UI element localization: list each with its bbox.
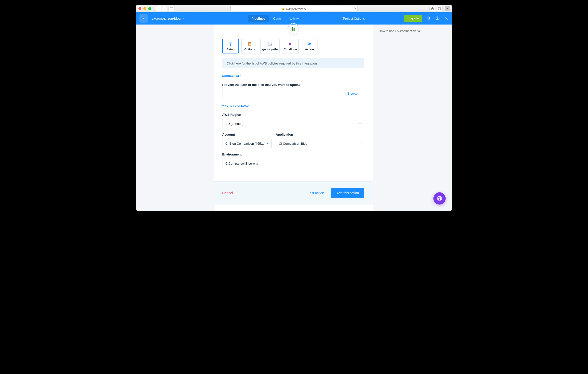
- action-tab-setup[interactable]: Setup: [222, 39, 239, 53]
- aws-policies-banner: Click here for the list of AWS policies …: [222, 58, 364, 68]
- svg-rect-14: [249, 44, 251, 45]
- help-link-env-variables[interactable]: How to use Environment Varia…: [379, 29, 446, 33]
- intercom-icon: [437, 195, 442, 201]
- add-this-action-button[interactable]: Add this action: [331, 188, 364, 198]
- source-path-section: SOURCE PATH Provide the path to the file…: [214, 74, 373, 104]
- tab-pipelines[interactable]: Pipelines: [248, 15, 269, 22]
- test-action-button[interactable]: Test action: [308, 191, 324, 195]
- account-select[interactable]: CI Blog Comparison [#65… ▼: [222, 139, 272, 148]
- share-button[interactable]: [429, 6, 435, 11]
- chevron-down-icon: ▼: [359, 122, 361, 125]
- svg-line-5: [429, 19, 430, 20]
- sliders-icon: [247, 41, 252, 46]
- action-config-tabs: Setup Options Ignore paths Condition Act…: [214, 39, 373, 58]
- minimize-window-button[interactable]: [143, 7, 146, 10]
- rocket-icon: [307, 41, 312, 46]
- application-value: CI Comparison Blog: [279, 142, 307, 145]
- svg-rect-9: [292, 27, 293, 31]
- region-select[interactable]: EU (London) ▼: [222, 119, 364, 128]
- right-panel: How to use Environment Varia…: [373, 25, 452, 211]
- tab-code[interactable]: Code: [270, 15, 284, 22]
- maximize-window-button[interactable]: [148, 7, 151, 10]
- environment-value: CiComparisonBlog-env: [225, 162, 258, 165]
- action-tab-label: Action: [305, 48, 314, 51]
- svg-point-11: [230, 43, 231, 45]
- cancel-button[interactable]: Cancel: [222, 191, 233, 195]
- region-value: EU (London): [225, 122, 244, 126]
- help-icon[interactable]: [435, 16, 440, 21]
- region-label: AWS Region: [222, 113, 364, 116]
- action-tab-ignore-paths[interactable]: Ignore paths: [260, 39, 280, 53]
- tab-activity[interactable]: Activity: [285, 15, 302, 22]
- forward-button[interactable]: ›: [161, 6, 167, 11]
- chevron-down-icon: ▼: [182, 17, 184, 20]
- section-title: WHERE TO UPLOAD: [222, 104, 364, 109]
- banner-link[interactable]: here: [234, 62, 241, 65]
- traffic-lights: [138, 7, 151, 10]
- project-options-link[interactable]: Project Options: [343, 17, 365, 20]
- tabs-button[interactable]: [437, 6, 443, 11]
- environment-label: Environment: [222, 153, 364, 156]
- svg-rect-10: [294, 28, 295, 31]
- new-tab-button[interactable]: +: [445, 6, 450, 11]
- svg-point-7: [438, 19, 438, 19]
- application-select[interactable]: CI Comparison Blog ▼: [276, 139, 364, 148]
- intercom-launcher[interactable]: [433, 192, 446, 205]
- account-value: CI Blog Comparison [#65…: [225, 142, 269, 145]
- svg-rect-3: [439, 7, 441, 9]
- banner-suffix: for the list of AWS policies required by…: [241, 62, 318, 65]
- action-tab-options[interactable]: Options: [241, 39, 258, 53]
- action-tab-label: Condition: [284, 48, 297, 51]
- browser-window: ‹ › 🔒 app.buddy.works ⟳ + ci-comparison-…: [136, 5, 452, 211]
- address-bar[interactable]: 🔒 app.buddy.works ⟳: [230, 6, 358, 11]
- refresh-icon[interactable]: ⟳: [354, 7, 356, 10]
- user-icon[interactable]: [444, 16, 449, 21]
- macos-titlebar: ‹ › 🔒 app.buddy.works ⟳ +: [136, 5, 452, 12]
- upgrade-button[interactable]: Upgrade: [404, 15, 422, 22]
- project-selector[interactable]: ci-comparison-blog ▼: [152, 16, 184, 20]
- back-button[interactable]: ‹: [155, 6, 161, 11]
- close-window-button[interactable]: [138, 7, 141, 10]
- chevron-down-icon: ▼: [359, 162, 361, 165]
- action-icon-ring: [287, 23, 299, 35]
- account-label: Account: [222, 133, 272, 136]
- source-path-input-wrap: Browse…: [222, 89, 364, 98]
- chevron-down-icon: ▼: [266, 142, 269, 145]
- source-path-input[interactable]: [222, 89, 344, 98]
- url-text: app.buddy.works: [286, 7, 306, 10]
- svg-point-4: [427, 17, 430, 19]
- footer-bar: Cancel Test action Add this action: [214, 181, 373, 205]
- main-panel: Setup Options Ignore paths Condition Act…: [214, 25, 373, 211]
- gear-icon: [228, 41, 233, 46]
- section-title: SOURCE PATH: [222, 74, 364, 79]
- application-label: Application: [276, 133, 364, 136]
- play-icon: [288, 41, 293, 46]
- banner-prefix: Click: [227, 62, 234, 65]
- sidebar-toggle-button[interactable]: [169, 6, 174, 11]
- upload-section: WHERE TO UPLOAD AWS Region EU (London) ▼…: [214, 104, 373, 174]
- action-tab-label: Ignore paths: [261, 48, 278, 51]
- action-tab-label: Options: [244, 48, 255, 51]
- svg-rect-12: [248, 42, 251, 45]
- browse-button[interactable]: Browse…: [344, 89, 364, 98]
- body-area: Setup Options Ignore paths Condition Act…: [136, 25, 452, 211]
- search-icon[interactable]: [427, 16, 431, 21]
- file-block-icon: [268, 41, 272, 46]
- main-tabs: Pipelines Code Activity: [248, 15, 302, 22]
- elastic-beanstalk-icon: [290, 26, 296, 32]
- svg-point-17: [309, 43, 310, 44]
- action-tab-label: Setup: [227, 48, 234, 51]
- left-gutter: [136, 25, 214, 211]
- svg-rect-2: [438, 8, 441, 10]
- action-tab-action[interactable]: Action: [301, 39, 318, 53]
- svg-rect-13: [249, 43, 251, 44]
- buddy-logo[interactable]: [139, 14, 148, 23]
- app-topbar: ci-comparison-blog ▼ Pipelines Code Acti…: [136, 12, 452, 25]
- project-name-text: ci-comparison-blog: [152, 16, 181, 20]
- svg-rect-0: [170, 7, 173, 10]
- svg-point-8: [446, 17, 447, 18]
- source-path-label: Provide the path to the files that you w…: [222, 83, 364, 87]
- environment-select[interactable]: CiComparisonBlog-env ▼: [222, 159, 364, 168]
- lock-icon: 🔒: [282, 7, 285, 10]
- action-tab-condition[interactable]: Condition: [282, 39, 299, 53]
